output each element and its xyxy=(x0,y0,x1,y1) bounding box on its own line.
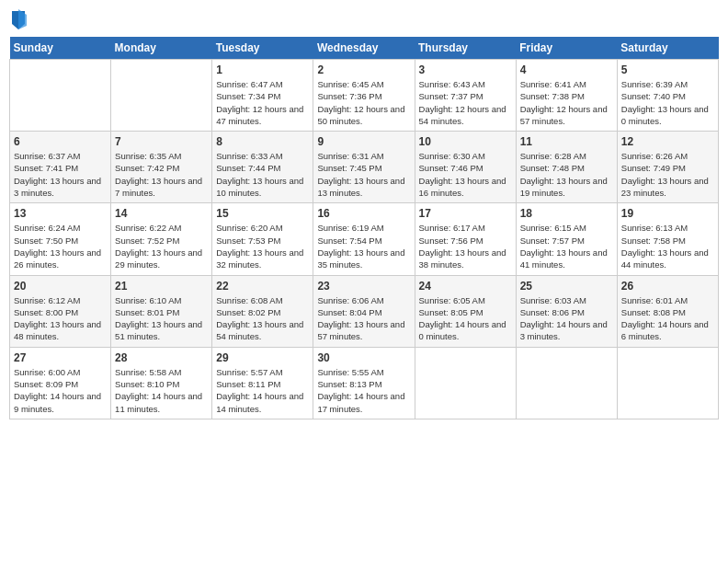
calendar-week-row: 6Sunrise: 6:37 AM Sunset: 7:41 PM Daylig… xyxy=(10,132,719,203)
day-info: Sunrise: 6:41 AM Sunset: 7:38 PM Dayligh… xyxy=(520,78,613,127)
day-info: Sunrise: 5:57 AM Sunset: 8:11 PM Dayligh… xyxy=(216,366,309,415)
calendar-cell: 24Sunrise: 6:05 AM Sunset: 8:05 PM Dayli… xyxy=(415,275,516,347)
header-day: Thursday xyxy=(415,37,516,60)
calendar-cell xyxy=(516,347,617,419)
calendar-cell: 3Sunrise: 6:43 AM Sunset: 7:37 PM Daylig… xyxy=(415,60,516,132)
calendar-cell: 26Sunrise: 6:01 AM Sunset: 8:08 PM Dayli… xyxy=(617,275,718,347)
day-info: Sunrise: 6:08 AM Sunset: 8:02 PM Dayligh… xyxy=(216,294,309,343)
page-header xyxy=(9,9,719,29)
day-info: Sunrise: 6:33 AM Sunset: 7:44 PM Dayligh… xyxy=(216,150,309,199)
day-number: 21 xyxy=(115,280,208,293)
day-number: 15 xyxy=(216,207,309,220)
calendar-cell: 8Sunrise: 6:33 AM Sunset: 7:44 PM Daylig… xyxy=(212,132,313,203)
day-info: Sunrise: 6:30 AM Sunset: 7:46 PM Dayligh… xyxy=(419,150,512,199)
calendar-cell: 12Sunrise: 6:26 AM Sunset: 7:49 PM Dayli… xyxy=(617,132,718,203)
calendar-cell: 7Sunrise: 6:35 AM Sunset: 7:42 PM Daylig… xyxy=(111,132,212,203)
header-day: Tuesday xyxy=(212,37,313,60)
calendar-cell: 25Sunrise: 6:03 AM Sunset: 8:06 PM Dayli… xyxy=(516,275,617,347)
day-number: 7 xyxy=(115,135,208,148)
day-number: 3 xyxy=(419,63,512,76)
day-number: 12 xyxy=(621,135,714,148)
header-day: Monday xyxy=(111,37,212,60)
day-info: Sunrise: 6:19 AM Sunset: 7:54 PM Dayligh… xyxy=(317,222,410,270)
day-number: 18 xyxy=(520,207,613,220)
day-number: 24 xyxy=(419,280,512,293)
day-number: 11 xyxy=(520,135,613,148)
day-info: Sunrise: 6:43 AM Sunset: 7:37 PM Dayligh… xyxy=(419,78,512,127)
svg-marker-1 xyxy=(18,9,27,29)
header-row: SundayMondayTuesdayWednesdayThursdayFrid… xyxy=(10,37,719,60)
calendar-week-row: 13Sunrise: 6:24 AM Sunset: 7:50 PM Dayli… xyxy=(10,203,719,275)
day-number: 25 xyxy=(520,280,613,293)
day-info: Sunrise: 6:03 AM Sunset: 8:06 PM Dayligh… xyxy=(520,294,613,343)
logo-icon xyxy=(10,9,27,29)
day-info: Sunrise: 6:17 AM Sunset: 7:56 PM Dayligh… xyxy=(419,222,512,270)
header-day: Friday xyxy=(516,37,617,60)
day-number: 29 xyxy=(216,351,309,364)
calendar-cell: 30Sunrise: 5:55 AM Sunset: 8:13 PM Dayli… xyxy=(313,347,415,419)
calendar-body: 1Sunrise: 6:47 AM Sunset: 7:34 PM Daylig… xyxy=(10,60,719,419)
day-info: Sunrise: 6:13 AM Sunset: 7:58 PM Dayligh… xyxy=(621,222,714,270)
day-info: Sunrise: 6:37 AM Sunset: 7:41 PM Dayligh… xyxy=(14,150,107,199)
day-info: Sunrise: 6:12 AM Sunset: 8:00 PM Dayligh… xyxy=(14,294,107,343)
day-number: 30 xyxy=(317,351,410,364)
day-info: Sunrise: 6:26 AM Sunset: 7:49 PM Dayligh… xyxy=(621,150,714,199)
day-info: Sunrise: 5:55 AM Sunset: 8:13 PM Dayligh… xyxy=(317,366,410,415)
logo xyxy=(9,9,27,29)
calendar-cell: 4Sunrise: 6:41 AM Sunset: 7:38 PM Daylig… xyxy=(516,60,617,132)
day-number: 2 xyxy=(317,63,410,76)
calendar-cell: 20Sunrise: 6:12 AM Sunset: 8:00 PM Dayli… xyxy=(10,275,111,347)
calendar-cell: 28Sunrise: 5:58 AM Sunset: 8:10 PM Dayli… xyxy=(111,347,212,419)
day-number: 9 xyxy=(317,135,410,148)
calendar-cell: 14Sunrise: 6:22 AM Sunset: 7:52 PM Dayli… xyxy=(111,203,212,275)
calendar-cell: 21Sunrise: 6:10 AM Sunset: 8:01 PM Dayli… xyxy=(111,275,212,347)
day-number: 26 xyxy=(621,280,714,293)
calendar-cell: 2Sunrise: 6:45 AM Sunset: 7:36 PM Daylig… xyxy=(313,60,415,132)
calendar-cell: 5Sunrise: 6:39 AM Sunset: 7:40 PM Daylig… xyxy=(617,60,718,132)
calendar-cell xyxy=(617,347,718,419)
calendar-cell: 13Sunrise: 6:24 AM Sunset: 7:50 PM Dayli… xyxy=(10,203,111,275)
calendar-cell: 10Sunrise: 6:30 AM Sunset: 7:46 PM Dayli… xyxy=(415,132,516,203)
day-number: 6 xyxy=(14,135,107,148)
day-number: 1 xyxy=(216,63,309,76)
calendar-cell: 27Sunrise: 6:00 AM Sunset: 8:09 PM Dayli… xyxy=(10,347,111,419)
day-number: 19 xyxy=(621,207,714,220)
day-number: 17 xyxy=(419,207,512,220)
calendar-week-row: 27Sunrise: 6:00 AM Sunset: 8:09 PM Dayli… xyxy=(10,347,719,419)
day-info: Sunrise: 5:58 AM Sunset: 8:10 PM Dayligh… xyxy=(115,366,208,415)
day-number: 5 xyxy=(621,63,714,76)
day-info: Sunrise: 6:15 AM Sunset: 7:57 PM Dayligh… xyxy=(520,222,613,270)
calendar-cell: 18Sunrise: 6:15 AM Sunset: 7:57 PM Dayli… xyxy=(516,203,617,275)
day-info: Sunrise: 6:31 AM Sunset: 7:45 PM Dayligh… xyxy=(317,150,410,199)
calendar-cell: 1Sunrise: 6:47 AM Sunset: 7:34 PM Daylig… xyxy=(212,60,313,132)
day-number: 28 xyxy=(115,351,208,364)
day-info: Sunrise: 6:22 AM Sunset: 7:52 PM Dayligh… xyxy=(115,222,208,270)
day-info: Sunrise: 6:47 AM Sunset: 7:34 PM Dayligh… xyxy=(216,78,309,127)
day-number: 27 xyxy=(14,351,107,364)
calendar-header: SundayMondayTuesdayWednesdayThursdayFrid… xyxy=(10,37,719,60)
calendar-week-row: 1Sunrise: 6:47 AM Sunset: 7:34 PM Daylig… xyxy=(10,60,719,132)
day-info: Sunrise: 6:39 AM Sunset: 7:40 PM Dayligh… xyxy=(621,78,714,127)
day-info: Sunrise: 6:24 AM Sunset: 7:50 PM Dayligh… xyxy=(14,222,107,270)
calendar-cell xyxy=(111,60,212,132)
day-number: 23 xyxy=(317,280,410,293)
day-info: Sunrise: 6:06 AM Sunset: 8:04 PM Dayligh… xyxy=(317,294,410,343)
day-info: Sunrise: 6:35 AM Sunset: 7:42 PM Dayligh… xyxy=(115,150,208,199)
day-number: 8 xyxy=(216,135,309,148)
calendar-cell xyxy=(10,60,111,132)
calendar-week-row: 20Sunrise: 6:12 AM Sunset: 8:00 PM Dayli… xyxy=(10,275,719,347)
day-info: Sunrise: 6:00 AM Sunset: 8:09 PM Dayligh… xyxy=(14,366,107,415)
calendar-cell: 11Sunrise: 6:28 AM Sunset: 7:48 PM Dayli… xyxy=(516,132,617,203)
day-number: 16 xyxy=(317,207,410,220)
day-number: 22 xyxy=(216,280,309,293)
day-number: 20 xyxy=(14,280,107,293)
calendar-cell: 6Sunrise: 6:37 AM Sunset: 7:41 PM Daylig… xyxy=(10,132,111,203)
day-info: Sunrise: 6:20 AM Sunset: 7:53 PM Dayligh… xyxy=(216,222,309,270)
day-info: Sunrise: 6:10 AM Sunset: 8:01 PM Dayligh… xyxy=(115,294,208,343)
calendar-cell: 15Sunrise: 6:20 AM Sunset: 7:53 PM Dayli… xyxy=(212,203,313,275)
calendar-cell: 29Sunrise: 5:57 AM Sunset: 8:11 PM Dayli… xyxy=(212,347,313,419)
day-info: Sunrise: 6:28 AM Sunset: 7:48 PM Dayligh… xyxy=(520,150,613,199)
calendar-cell: 9Sunrise: 6:31 AM Sunset: 7:45 PM Daylig… xyxy=(313,132,415,203)
day-info: Sunrise: 6:45 AM Sunset: 7:36 PM Dayligh… xyxy=(317,78,410,127)
calendar-cell xyxy=(415,347,516,419)
